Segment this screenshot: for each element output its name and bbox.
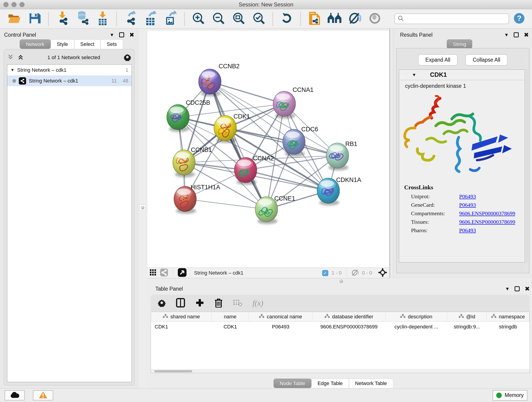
search-input[interactable] [406,16,506,22]
export-image-button[interactable] [162,11,179,26]
maximize-panel-icon[interactable] [119,32,124,37]
close-panel-icon[interactable]: ✖ [129,32,134,38]
show-columns-icon[interactable] [176,298,185,308]
network-manager: 1 of 1 Network selected ▼ String Network… [4,49,135,385]
network-node-CCNB2[interactable]: CCNB2 [199,63,240,96]
network-node-CCNA2[interactable]: CCNA2 [234,155,274,185]
function-builder-button[interactable]: f(x) [253,299,263,307]
tab-select[interactable]: Select [74,39,101,49]
float-panel-icon[interactable]: ▼ [504,32,509,38]
refresh-button[interactable] [278,11,295,26]
search-icon [398,15,404,22]
table-cell: cyclin-dependent ... [385,324,447,330]
expand-all-button[interactable]: Expand All [418,54,458,65]
zoom-selected-button[interactable] [250,11,267,26]
column-header-description[interactable]: description [385,312,447,321]
maximize-panel-icon[interactable] [514,32,519,37]
import-table-button[interactable] [94,11,111,26]
export-network-file-button[interactable] [122,11,139,26]
tab-network-table[interactable]: Network Table [349,379,393,388]
entry-collapse-arrow-icon[interactable]: ▼ [412,72,416,77]
crosslink-tissues-link[interactable]: 9606.ENSP00000378699 [459,219,515,225]
float-panel-icon[interactable]: ▼ [505,286,510,292]
share-view-icon[interactable] [160,268,168,278]
network-collection-row[interactable]: ▼ String Network – cdk1 1 [7,65,132,75]
import-network-file-button[interactable] [54,11,71,26]
table-row[interactable]: CDK1CDK1P064939606.ENSP00000378699cyclin… [151,322,530,332]
crosslink-uniprot-link[interactable]: P06493 [459,193,476,200]
crosshair-icon[interactable] [378,268,387,278]
network-node-CCNE1[interactable]: CCNE1 [255,195,295,224]
tab-sets[interactable]: Sets [101,39,123,49]
delete-table-icon[interactable] [233,299,242,307]
column-header-name[interactable]: name [212,312,249,321]
tab-style[interactable]: Style [51,39,74,49]
network-node-HIST1H1A[interactable]: HIST1H1A [174,184,220,214]
left-splitter-handle[interactable] [139,205,146,211]
column-header-@id[interactable]: @id [447,312,487,321]
selected-checkbox-icon[interactable]: ✓ [322,270,328,276]
zoom-out-button[interactable] [210,11,227,26]
network-row[interactable]: String Network – cdk1 11 48 [7,75,132,86]
collapse-all-chevron-icon[interactable] [7,54,14,61]
network-canvas[interactable]: CCNB2CCNA1CDC25BCDK1CDC6RB1CCNB1CCNA2CDK… [147,30,389,268]
right-splitter[interactable] [389,28,393,278]
network-node-CCNA1[interactable]: CCNA1 [273,86,314,119]
delete-column-trash-icon[interactable] [215,298,223,308]
node-label-CCNA1: CCNA1 [293,86,314,93]
annotation-file-button[interactable] [306,11,323,26]
network-node-RB1[interactable]: RB1 [326,140,357,171]
crosslink-pharos-link[interactable]: P06493 [459,227,476,234]
collapse-all-button[interactable]: Collapse All [465,54,507,65]
horizontal-splitter-handle[interactable] [340,280,343,283]
grid-view-icon[interactable] [149,269,157,277]
table-horizontal-scrollbar[interactable] [151,369,530,373]
hide-graphics-button[interactable] [346,11,363,26]
zoom-in-button[interactable] [190,11,207,26]
selected-node-edge-count: 1 - 0 [331,270,342,276]
import-network-database-button[interactable] [74,11,91,26]
left-splitter[interactable] [138,28,147,388]
save-session-button[interactable] [26,11,43,26]
crosslink-compartments-link[interactable]: 9606.ENSP00000378699 [459,211,515,217]
column-header-canonical-name[interactable]: canonical name [249,312,312,321]
double-home-button[interactable] [326,11,343,26]
open-session-button[interactable] [6,11,23,26]
column-header-shared-name[interactable]: shared name [151,312,212,321]
scrollbar-thumb[interactable] [154,370,192,372]
node-table[interactable]: shared namenamecanonical namedatabase id… [151,312,530,373]
tab-node-table[interactable]: Node Table [273,379,311,388]
eye-button[interactable] [366,11,383,26]
help-button[interactable]: ? [512,11,526,26]
float-panel-icon[interactable]: ▼ [109,32,114,38]
warning-status-button[interactable] [33,390,53,400]
tab-string[interactable]: String [447,39,472,49]
close-panel-icon[interactable]: ✖ [525,285,530,293]
cloud-status-button[interactable] [5,390,25,400]
entry-description: cyclin-dependent kinase 1 [399,80,525,89]
maximize-panel-icon[interactable] [515,286,520,291]
column-header-label: canonical name [267,314,302,320]
hidden-eye-slash-icon[interactable] [351,269,359,277]
tab-network[interactable]: Network [20,39,51,49]
export-table-button[interactable] [142,11,159,26]
network-svg[interactable]: CCNB2CCNA1CDC25BCDK1CDC6RB1CCNB1CCNA2CDK… [147,31,390,268]
zoom-fit-button[interactable] [230,11,247,26]
birdseye-toggle-icon[interactable] [177,268,187,278]
tab-edge-table[interactable]: Edge Table [311,379,349,388]
add-column-icon[interactable] [195,298,204,308]
column-header-database-identifier[interactable]: database identifier [312,312,385,321]
expand-all-chevron-icon[interactable] [17,54,24,61]
network-node-CDK1[interactable]: CDK1 [214,113,250,143]
close-panel-icon[interactable]: ✖ [524,32,529,38]
crosslink-genecard-link[interactable]: P06493 [459,202,476,208]
import-network-icon [56,11,69,27]
network-node-CDKN1A[interactable]: CDKN1A [317,177,361,206]
memory-button[interactable]: Memory [493,390,527,401]
collapse-arrow-icon[interactable]: ▼ [11,68,14,72]
table-settings-gear-icon[interactable] [158,299,166,308]
network-node-CDC25B[interactable]: CDC25B [167,99,210,132]
results-scrollbar[interactable] [526,70,528,262]
column-header-namespace[interactable]: namespace [487,312,530,321]
gear-icon[interactable] [123,53,131,62]
